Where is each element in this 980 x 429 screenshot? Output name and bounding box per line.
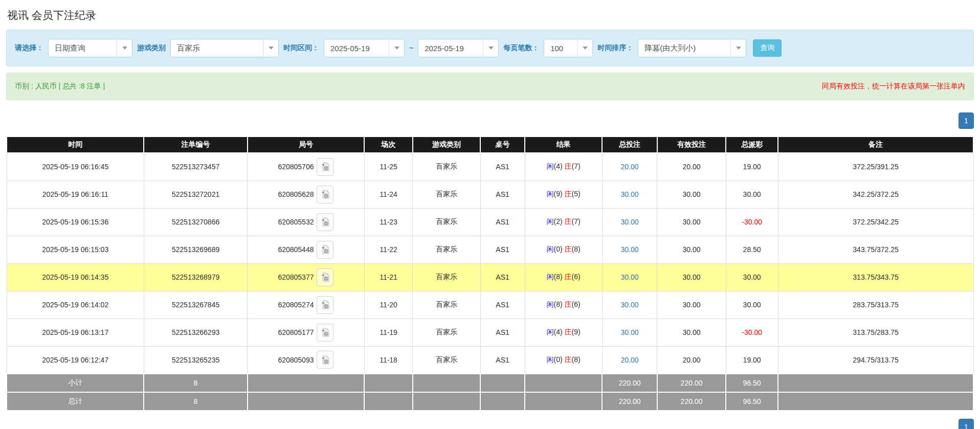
cell-time: 2025-05-19 06:13:17: [7, 319, 144, 346]
result-banker-label: 庄: [565, 273, 572, 281]
cell-payout: -30.00: [726, 208, 778, 236]
game-category-select[interactable]: 百家乐: [170, 39, 279, 57]
result-player-label: 闲: [547, 355, 554, 364]
cell-time: 2025-05-19 06:16:11: [7, 180, 144, 208]
chevron-down-icon: [577, 39, 592, 57]
result-banker-label: 庄: [565, 328, 572, 336]
video-replay-button[interactable]: [317, 241, 333, 259]
page-root: 视讯 会员下注纪录 请选择： 日期查询 游戏类别 百家乐 时间区间： 2025-…: [0, 0, 980, 429]
cell-bet-id: 522513273457: [144, 153, 247, 180]
cell-table: AS1: [480, 346, 525, 374]
time-sort-select[interactable]: 降冪(由大到小): [638, 39, 746, 57]
cell-time: 2025-05-19 06:15:03: [7, 236, 144, 263]
date-to-value: 2025-05-19: [418, 39, 483, 57]
chevron-down-icon: [117, 39, 132, 57]
column-header-payout: 总派彩: [726, 137, 778, 153]
cell-game: 百家乐: [413, 180, 480, 208]
video-replay-button[interactable]: [317, 324, 333, 342]
video-replay-button[interactable]: [317, 351, 333, 369]
result-player-label: 闲: [547, 162, 554, 170]
video-replay-button[interactable]: [317, 268, 333, 286]
column-header-game: 游戏类别: [413, 137, 480, 153]
summary-bar: 币别 : 人民币 | 总共 :8 注单 | 同局有效投注，统一计算在该局第一张注…: [6, 73, 974, 100]
subtotal-valid-bet: 220.00: [657, 374, 726, 392]
result-player-label: 闲: [547, 273, 554, 281]
cell-bet-id: 522513270866: [144, 208, 247, 236]
cell-payout: 30.00: [726, 180, 778, 208]
page-1-button[interactable]: 1: [959, 112, 974, 129]
result-banker-label: 庄: [565, 300, 572, 308]
cell-round: 620805448: [278, 245, 314, 254]
result-player-label: 闲: [547, 300, 554, 308]
cell-valid-bet: 30.00: [657, 208, 726, 236]
bet-records-table: 时间 注单编号 局号 场次 游戏类别 桌号 结果 总投注 有效投注 总派彩 备注…: [6, 136, 974, 411]
cell-round: 620805093: [278, 356, 314, 364]
total-bet-link[interactable]: 30.00: [621, 218, 639, 226]
pagination-top: 1: [6, 112, 974, 129]
video-replay-button[interactable]: [317, 158, 333, 176]
total-count: 8: [144, 392, 247, 411]
result-banker-label: 庄: [565, 217, 572, 225]
cell-session: 11-21: [364, 263, 413, 291]
cell-result: 闲(0) 庄(8): [525, 346, 602, 374]
column-header-table: 桌号: [480, 137, 525, 153]
cell-game: 百家乐: [413, 236, 480, 263]
column-header-bet-id: 注单编号: [144, 137, 247, 153]
cell-game: 百家乐: [413, 263, 480, 291]
column-header-remark: 备注: [778, 137, 973, 153]
table-row: 2025-05-19 06:16:11 522513272021 6208056…: [7, 180, 973, 208]
result-player-label: 闲: [547, 190, 554, 198]
result-banker-num: (7): [572, 162, 581, 170]
total-bet-link[interactable]: 30.00: [621, 328, 639, 336]
total-bet-link[interactable]: 30.00: [621, 301, 639, 309]
cell-round: 620805177: [278, 328, 314, 336]
search-button[interactable]: 查询: [753, 39, 782, 57]
cell-round: 620805532: [278, 218, 314, 226]
cell-game: 百家乐: [413, 319, 480, 346]
query-type-value: 日期查询: [49, 39, 117, 57]
cell-result: 闲(0) 庄(8): [525, 236, 602, 263]
chevron-down-icon: [730, 39, 746, 57]
date-to-select[interactable]: 2025-05-19: [418, 39, 499, 57]
result-player-label: 闲: [547, 328, 554, 336]
cell-round: 620805628: [278, 190, 314, 198]
cell-table: AS1: [480, 180, 525, 208]
total-bet-link[interactable]: 30.00: [621, 190, 639, 198]
cell-payout: 19.00: [726, 346, 778, 374]
page-size-select[interactable]: 100: [544, 39, 593, 57]
currency-summary-text: 币别 : 人民币 | 总共 :8 注单 |: [15, 82, 105, 91]
chevron-down-icon: [389, 39, 404, 57]
table-row: 2025-05-19 06:12:47 522513265235 6208050…: [7, 346, 973, 374]
page-1-button[interactable]: 1: [959, 419, 974, 429]
video-replay-button[interactable]: [317, 296, 333, 314]
total-bet-link[interactable]: 20.00: [621, 163, 639, 171]
cell-bet-id: 522513265235: [144, 346, 247, 374]
cell-valid-bet: 30.00: [657, 180, 726, 208]
column-header-result: 结果: [525, 137, 602, 153]
total-bet-link[interactable]: 20.00: [621, 356, 639, 364]
cell-time: 2025-05-19 06:14:35: [7, 263, 144, 291]
cell-valid-bet: 20.00: [657, 153, 726, 180]
total-bet-link[interactable]: 30.00: [621, 245, 639, 254]
total-label: 总计: [7, 392, 144, 411]
film-icon: [320, 355, 330, 365]
cell-session: 11-19: [364, 319, 413, 346]
game-category-label: 游戏类别: [137, 43, 166, 53]
column-header-round: 局号: [248, 137, 365, 153]
cell-payout: 19.00: [726, 153, 778, 180]
video-replay-button[interactable]: [317, 186, 333, 204]
cell-result: 闲(4) 庄(9): [525, 319, 602, 346]
cell-time: 2025-05-19 06:15:36: [7, 208, 144, 236]
cell-table: AS1: [480, 208, 525, 236]
cell-session: 11-20: [364, 291, 413, 319]
query-type-select[interactable]: 日期查询: [48, 39, 132, 57]
page-size-label: 每页笔数：: [503, 43, 539, 53]
pagination-bottom: 1: [6, 419, 974, 429]
cell-round: 620805706: [278, 163, 314, 171]
video-replay-button[interactable]: [317, 213, 333, 231]
date-from-select[interactable]: 2025-05-19: [324, 39, 405, 57]
result-player-num: (9): [554, 190, 563, 198]
column-header-time: 时间: [7, 137, 144, 153]
total-bet-link[interactable]: 30.00: [621, 273, 639, 281]
cell-remark: 342.25/372.25: [778, 180, 973, 208]
